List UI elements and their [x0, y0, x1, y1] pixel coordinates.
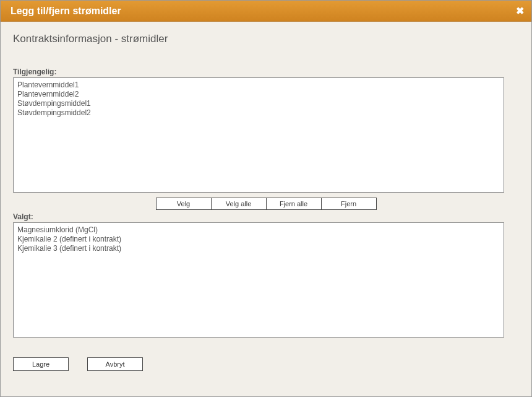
- footer-buttons: Lagre Avbryt: [13, 357, 519, 371]
- save-button[interactable]: Lagre: [13, 357, 69, 371]
- transfer-button-row: Velg Velg alle Fjern alle Fjern: [13, 198, 519, 210]
- list-item[interactable]: Plantevernmiddel2: [17, 90, 500, 99]
- list-item[interactable]: Støvdempingsmiddel1: [17, 99, 500, 108]
- dialog-content: Kontraktsinformasjon - strømidler Tilgje…: [1, 22, 531, 380]
- selected-label: Valgt:: [13, 212, 519, 221]
- dialog: Legg til/fjern strømidler ✖ Kontraktsinf…: [0, 0, 532, 397]
- list-item[interactable]: Kjemikalie 2 (definert i kontrakt): [17, 235, 500, 244]
- cancel-button[interactable]: Avbryt: [87, 357, 143, 371]
- list-item[interactable]: Magnesiumklorid (MgCl): [17, 225, 500, 235]
- available-listbox[interactable]: Plantevernmiddel1Plantevernmiddel2Støvde…: [13, 77, 504, 193]
- selected-listbox[interactable]: Magnesiumklorid (MgCl)Kjemikalie 2 (defi…: [13, 222, 504, 338]
- select-all-button[interactable]: Velg alle: [211, 198, 267, 210]
- close-icon[interactable]: ✖: [516, 6, 524, 16]
- available-label: Tilgjengelig:: [13, 68, 519, 76]
- remove-all-button[interactable]: Fjern alle: [266, 198, 322, 210]
- list-item[interactable]: Kjemikalie 3 (definert i kontrakt): [17, 244, 500, 253]
- dialog-title: Legg til/fjern strømidler: [11, 6, 121, 17]
- list-item[interactable]: Støvdempingsmiddel2: [17, 108, 500, 118]
- remove-button[interactable]: Fjern: [321, 198, 377, 210]
- titlebar: Legg til/fjern strømidler ✖: [1, 1, 531, 22]
- page-subheading: Kontraktsinformasjon - strømidler: [13, 33, 519, 45]
- select-button[interactable]: Velg: [156, 198, 212, 210]
- list-item[interactable]: Plantevernmiddel1: [17, 81, 500, 90]
